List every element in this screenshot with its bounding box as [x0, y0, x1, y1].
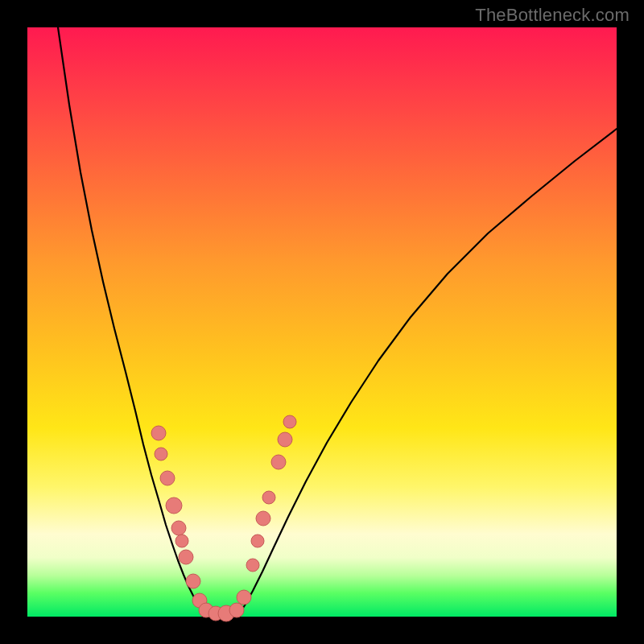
bottleneck-curve — [58, 27, 617, 617]
chart-frame: TheBottleneck.com — [0, 0, 644, 644]
data-markers — [151, 415, 296, 621]
data-marker — [283, 415, 296, 428]
data-marker — [179, 550, 193, 564]
data-marker — [262, 491, 275, 504]
data-marker — [251, 535, 264, 547]
data-marker — [246, 559, 259, 572]
data-marker — [175, 535, 188, 547]
data-marker — [171, 521, 186, 535]
data-marker — [160, 471, 175, 485]
data-marker — [278, 432, 292, 447]
data-marker — [237, 590, 251, 605]
data-marker — [166, 497, 182, 514]
data-marker — [155, 448, 167, 460]
data-marker — [151, 426, 166, 440]
data-marker — [186, 574, 200, 588]
data-marker — [229, 603, 244, 617]
data-marker — [271, 455, 286, 469]
chart-svg — [0, 0, 644, 644]
curve-path — [58, 27, 617, 617]
data-marker — [256, 511, 270, 526]
